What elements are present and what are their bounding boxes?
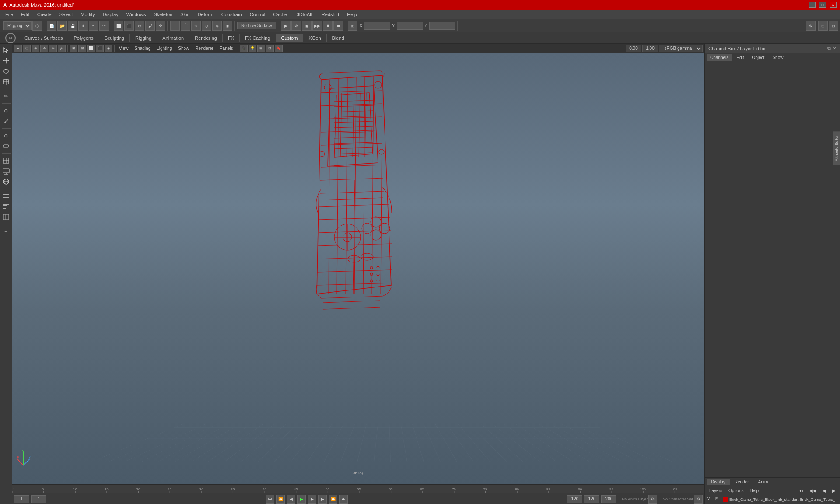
render-pause-btn[interactable]: ⏸ <box>323 21 332 31</box>
render-proxy-btn[interactable] <box>1 177 11 186</box>
gamma-max[interactable] <box>642 45 658 52</box>
tab-polygons[interactable]: Polygons <box>68 34 99 42</box>
open-file-btn[interactable]: 📂 <box>57 21 67 31</box>
layer-nav-1[interactable]: ⏮ <box>796 487 806 494</box>
layers-btn[interactable] <box>1 191 11 201</box>
attr-editor-btn[interactable] <box>1 212 11 222</box>
menu-skeleton[interactable]: Skeleton <box>150 11 176 18</box>
frame-current-input[interactable] <box>31 495 46 503</box>
prev-frame-btn[interactable]: ◀ <box>287 495 295 504</box>
layer-p-btn[interactable]: P <box>715 497 721 503</box>
vp-show[interactable]: Show <box>175 45 192 52</box>
dp-tab-display[interactable]: Display <box>707 479 730 485</box>
menu-modify[interactable]: Modify <box>77 11 98 18</box>
layer-nav-2[interactable]: ◀◀ <box>807 487 819 494</box>
channel-box-btn[interactable] <box>1 202 11 211</box>
gamma-min[interactable] <box>626 45 641 52</box>
no-live-surface[interactable]: No Live Surface <box>237 22 276 29</box>
close-button[interactable]: ✕ <box>830 2 836 8</box>
go-to-start-btn[interactable]: ⏮ <box>266 495 274 504</box>
lasso-btn[interactable]: ⊙ <box>135 21 144 31</box>
save-file-btn[interactable]: 💾 <box>68 21 77 31</box>
menu-redshift[interactable]: Redshift <box>318 11 343 18</box>
vp-hud-btn[interactable]: ⊡ <box>266 45 274 52</box>
tab-xgen[interactable]: XGen <box>303 34 326 42</box>
import-btn[interactable]: ⬆ <box>78 21 88 31</box>
vp-icon-8[interactable]: ⊟ <box>78 45 86 52</box>
tab-custom[interactable]: Custom <box>276 34 304 42</box>
tab-channels[interactable]: Channels <box>707 54 732 61</box>
vp-view[interactable]: View <box>116 45 131 52</box>
snap-live-btn[interactable]: ◉ <box>223 21 232 31</box>
layer-options-btn[interactable]: Options <box>726 487 746 494</box>
vp-icon-1[interactable]: ▶ <box>14 45 22 52</box>
layer-layers-btn[interactable]: Layers <box>707 487 725 494</box>
right-panel-float-btn[interactable]: ⧉ <box>827 46 831 51</box>
vp-lighting[interactable]: Lighting <box>154 45 175 52</box>
frame-start-input[interactable] <box>14 495 29 503</box>
vp-icon-6[interactable]: 🖌 <box>58 45 66 52</box>
range-end-input[interactable] <box>567 495 582 503</box>
menu-display[interactable]: Display <box>99 11 122 18</box>
anim-layer-btn[interactable]: ⚙ <box>648 495 657 504</box>
menu-help[interactable]: Help <box>343 11 360 18</box>
last-tool-btn[interactable]: ✏ <box>1 91 11 101</box>
paint-btn[interactable]: 🖌 <box>145 21 155 31</box>
tab-rigging[interactable]: Rigging <box>130 34 157 42</box>
vp-icon-7[interactable]: ⊞ <box>70 45 77 52</box>
snap-grid-btn[interactable]: ⋮ <box>170 21 180 31</box>
next-key-btn[interactable]: ⏩ <box>329 495 337 504</box>
menu-3dtoa[interactable]: -3DtoAll- <box>291 11 317 18</box>
layer-nav-4[interactable]: ▶ <box>830 487 838 494</box>
layer-nav-3[interactable]: ◀ <box>820 487 829 494</box>
render-seq-btn[interactable]: ▶▶ <box>312 21 322 31</box>
vp-bookmark-btn[interactable]: 🔖 <box>275 45 283 52</box>
vp-icon-11[interactable]: ◈ <box>105 45 112 52</box>
menu-edit[interactable]: Edit <box>18 11 33 18</box>
select-all-btn[interactable]: ⬜ <box>114 21 123 31</box>
x-input[interactable] <box>364 22 390 30</box>
dp-tab-anim[interactable]: Anim <box>754 479 773 485</box>
layer-help-btn[interactable]: Help <box>747 487 761 494</box>
right-panel-close-btn[interactable]: ✕ <box>833 46 836 51</box>
layer-vp-btn[interactable]: V <box>707 497 714 503</box>
vp-grid-btn[interactable]: ⊞ <box>257 45 265 52</box>
tab-fx[interactable]: FX <box>223 34 240 42</box>
go-to-end-btn[interactable]: ⏭ <box>339 495 348 504</box>
tab-curves-surfaces[interactable]: Curves / Surfaces <box>19 34 68 42</box>
y-input[interactable] <box>397 22 423 30</box>
ipr-btn[interactable]: ◉ <box>302 21 312 31</box>
max-frame-input[interactable] <box>601 495 616 503</box>
tab-edit[interactable]: Edit <box>733 54 747 61</box>
z-input[interactable] <box>429 22 455 30</box>
menu-create[interactable]: Create <box>34 11 55 18</box>
vp-icon-9[interactable]: ⬜ <box>87 45 95 52</box>
vp-icon-5[interactable]: ✏ <box>49 45 57 52</box>
play-btn[interactable]: ▶ <box>297 495 306 504</box>
char-set-btn[interactable]: ⚙ <box>694 495 703 504</box>
settings-btn[interactable]: ⚙ <box>806 21 816 31</box>
scale-tool-btn[interactable] <box>1 77 11 87</box>
sculpt-btn[interactable] <box>1 141 11 151</box>
paint-select-btn[interactable]: 🖌 <box>1 116 11 126</box>
minimize-button[interactable]: — <box>808 2 816 8</box>
render-settings-btn[interactable]: ⚙ <box>291 21 301 31</box>
render-current-btn[interactable]: ▶ <box>281 21 290 31</box>
mode-dropdown[interactable]: Rigging <box>4 21 32 30</box>
vp-cam-btn[interactable]: 🎥 <box>240 45 248 52</box>
tab-show[interactable]: Show <box>769 54 787 61</box>
menu-control[interactable]: Control <box>246 11 269 18</box>
menu-select[interactable]: Select <box>56 11 77 18</box>
menu-windows[interactable]: Windows <box>123 11 150 18</box>
play-fwd-btn[interactable]: ▶ <box>308 495 316 504</box>
lasso-tool-btn[interactable]: ⊙ <box>1 106 11 116</box>
menu-file[interactable]: File <box>2 11 17 18</box>
tab-fx-caching[interactable]: FX Caching <box>240 34 276 42</box>
vp-panels[interactable]: Panels <box>217 45 236 52</box>
menu-cache[interactable]: Cache <box>270 11 290 18</box>
snap-point-btn[interactable]: ⊕ <box>191 21 201 31</box>
attribute-editor-sidebar[interactable]: Attribute Editor <box>833 131 840 165</box>
frame-end-input[interactable] <box>584 495 599 503</box>
render-stop-btn[interactable]: ⏹ <box>333 21 343 31</box>
layer-item[interactable]: V P Brick_Game_Tetris_Black_mb_standart:… <box>705 495 840 504</box>
